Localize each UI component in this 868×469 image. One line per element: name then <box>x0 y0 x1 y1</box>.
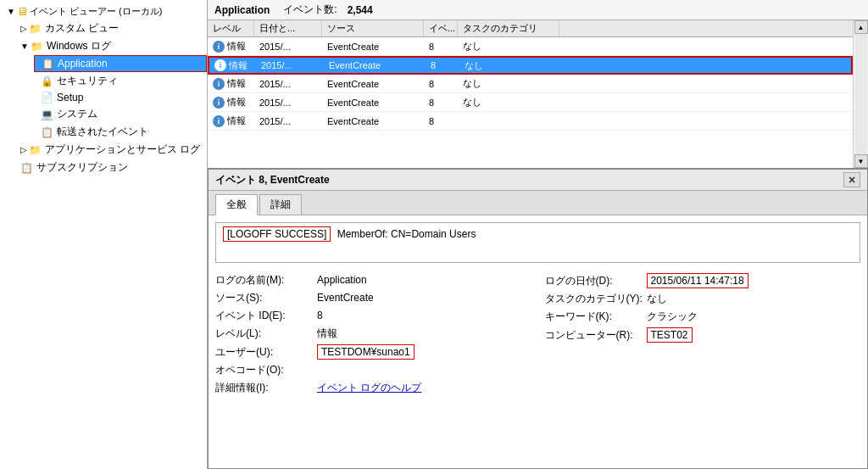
table-row[interactable]: i 情報 2015/... EventCreate 8 <box>208 112 853 131</box>
table-row[interactable]: i 情報 2015/... EventCreate 8 なし <box>208 37 853 56</box>
sidebar-label-subscription: サブスクリプション <box>36 160 128 175</box>
tree-section: ▷ 📁 カスタム ビュー ▼ 📁 Windows ログ 📋 Applicatio… <box>0 20 207 176</box>
message-text: MemberOf: CN=Domain Users <box>334 228 476 240</box>
cell-source: EventCreate <box>324 59 426 71</box>
cell-level: i 情報 <box>208 76 254 91</box>
info-icon: i <box>213 78 225 90</box>
cell-level-text: 情報 <box>227 114 246 127</box>
custom-view-icon: 📁 <box>29 23 42 35</box>
scroll-track <box>855 34 867 154</box>
sidebar-label-system: システム <box>57 107 97 121</box>
sidebar-item-security[interactable]: 🔒 セキュリティ <box>34 72 207 90</box>
application-icon: 📋 <box>42 58 54 70</box>
tab-general[interactable]: 全般 <box>215 194 258 215</box>
cell-source: EventCreate <box>322 41 424 53</box>
col-level[interactable]: レベル <box>208 20 254 36</box>
cell-date: 2015/... <box>254 41 322 53</box>
cell-level-text: 情報 <box>227 77 246 90</box>
event-count-label: イベント数: <box>283 3 337 17</box>
field-label: ログの日付(D): <box>545 274 647 288</box>
cell-id: 8 <box>424 78 458 90</box>
cell-date: 2015/... <box>254 97 322 109</box>
event-list-title: Application <box>214 4 270 16</box>
tab-details[interactable]: 詳細 <box>259 194 302 215</box>
col-source[interactable]: ソース <box>322 20 424 36</box>
detail-content: [LOGOFF SUCCESS] MemberOf: CN=Domain Use… <box>209 215 867 468</box>
expand-arrow-appsvc: ▷ <box>20 145 27 154</box>
table-row[interactable]: i 情報 2015/... EventCreate 8 なし <box>208 75 853 93</box>
sidebar-label-forwarded: 転送されたイベント <box>57 125 148 139</box>
sidebar-item-application[interactable]: 📋 Application <box>34 55 207 72</box>
field-label: コンピューター(R): <box>545 328 647 343</box>
cell-id: 8 <box>426 59 459 71</box>
scroll-up-button[interactable]: ▲ <box>854 20 868 34</box>
field-row: ソース(S):EventCreate <box>215 289 531 307</box>
logoff-tag: [LOGOFF SUCCESS] <box>223 226 331 242</box>
cell-task: なし <box>458 39 559 53</box>
forwarded-icon: 📋 <box>41 126 53 138</box>
sidebar-item-setup[interactable]: 📄 Setup <box>34 90 207 105</box>
info-icon: i <box>213 97 225 109</box>
field-row: タスクのカテゴリ(Y):なし <box>545 290 861 308</box>
field-row: ログの名前(M):Application <box>215 271 531 289</box>
field-row: オペコード(O): <box>215 361 531 379</box>
field-label: イベント ID(E): <box>215 309 317 323</box>
fields-right-col: ログの日付(D):2015/06/11 14:47:18タスクのカテゴリ(Y):… <box>545 271 861 397</box>
detail-panel: イベント 8, EventCreate × 全般詳細 [LOGOFF SUCCE… <box>208 169 868 469</box>
field-row: イベント ID(E):8 <box>215 307 531 325</box>
field-value: クラシック <box>647 310 698 324</box>
detail-close-button[interactable]: × <box>843 172 860 187</box>
field-label: 詳細情報(I): <box>215 381 317 395</box>
sidebar-item-appsvc[interactable]: ▷ 📁 アプリケーションとサービス ログ <box>14 141 207 159</box>
info-icon: i <box>213 41 225 53</box>
field-value: 8 <box>317 310 323 321</box>
sidebar-label-windows-log: Windows ログ <box>47 39 111 53</box>
cell-id: 8 <box>424 41 458 53</box>
field-label: レベル(L): <box>215 327 317 341</box>
system-icon: 💻 <box>41 109 53 120</box>
cell-source: EventCreate <box>322 115 424 127</box>
field-value: 2015/06/11 14:47:18 <box>647 273 748 288</box>
field-value[interactable]: イベント ログのヘルプ <box>317 381 421 395</box>
scrollbar[interactable]: ▲ ▼ <box>853 20 868 168</box>
col-id[interactable]: イベ... ▲ <box>424 20 458 36</box>
sidebar-title: ▼ 🖥 イベント ビューアー (ローカル) <box>0 3 207 20</box>
cell-date: 2015/... <box>254 115 322 127</box>
col-task[interactable]: タスクのカテゴリ <box>458 20 559 36</box>
security-icon: 🔒 <box>41 75 53 87</box>
detail-fields: ログの名前(M):Applicationソース(S):EventCreateイベ… <box>215 271 860 397</box>
sidebar-item-forwarded[interactable]: 📋 転送されたイベント <box>34 123 207 141</box>
cell-level: i 情報 <box>208 114 254 128</box>
detail-titlebar: イベント 8, EventCreate × <box>209 170 867 191</box>
table-row[interactable]: i 情報 2015/... EventCreate 8 なし <box>208 93 853 112</box>
detail-title: イベント 8, EventCreate <box>215 173 330 187</box>
field-value: TESTDOM¥sunao1 <box>317 344 415 360</box>
table-row[interactable]: i 情報 2015/... EventCreate 8 なし <box>208 56 853 75</box>
cell-level-text: 情報 <box>229 59 248 72</box>
sidebar: ▼ 🖥 イベント ビューアー (ローカル) ▷ 📁 カスタム ビュー ▼ 📁 W… <box>0 0 208 469</box>
sidebar-label-security: セキュリティ <box>57 74 118 88</box>
cell-level-text: 情報 <box>227 96 246 109</box>
field-row: ユーザー(U):TESTDOM¥sunao1 <box>215 343 531 361</box>
field-label: ソース(S): <box>215 291 317 305</box>
event-table: レベル 日付と... ソース イベ... ▲ タスク <box>208 20 868 169</box>
setup-icon: 📄 <box>41 92 53 103</box>
cell-date: 2015/... <box>256 59 324 71</box>
sidebar-item-system[interactable]: 💻 システム <box>34 105 207 123</box>
field-value: Application <box>317 274 367 286</box>
field-label: ログの名前(M): <box>215 273 317 288</box>
field-label: キーワード(K): <box>545 310 647 324</box>
table-body: i 情報 2015/... EventCreate 8 なし i 情報 2015… <box>208 37 853 168</box>
sidebar-item-subscription[interactable]: 📋 サブスクリプション <box>14 159 207 176</box>
sidebar-item-custom-view[interactable]: ▷ 📁 カスタム ビュー <box>14 20 207 37</box>
sidebar-label-custom-view: カスタム ビュー <box>45 21 119 36</box>
detail-tabs: 全般詳細 <box>209 191 867 215</box>
col-date[interactable]: 日付と... <box>254 20 322 36</box>
field-value: EventCreate <box>317 292 374 304</box>
windows-log-children: 📋 Application 🔒 セキュリティ 📄 Setup 💻 システム <box>14 55 207 141</box>
sidebar-item-windows-log[interactable]: ▼ 📁 Windows ログ <box>14 37 207 55</box>
sidebar-label-appsvc: アプリケーションとサービス ログ <box>45 142 200 157</box>
scroll-down-button[interactable]: ▼ <box>854 154 868 168</box>
event-count: 2,544 <box>348 4 373 16</box>
sidebar-label-application: Application <box>58 58 108 70</box>
